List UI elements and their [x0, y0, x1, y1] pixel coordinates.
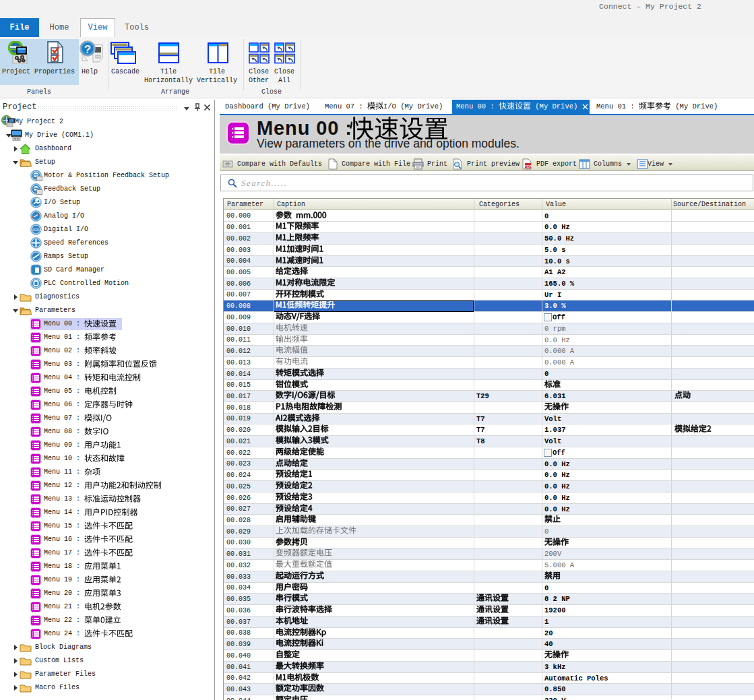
svg-text:PDF: PDF: [524, 164, 532, 168]
svg-text:?: ?: [84, 43, 91, 56]
svg-text:10101: 10101: [31, 228, 41, 232]
